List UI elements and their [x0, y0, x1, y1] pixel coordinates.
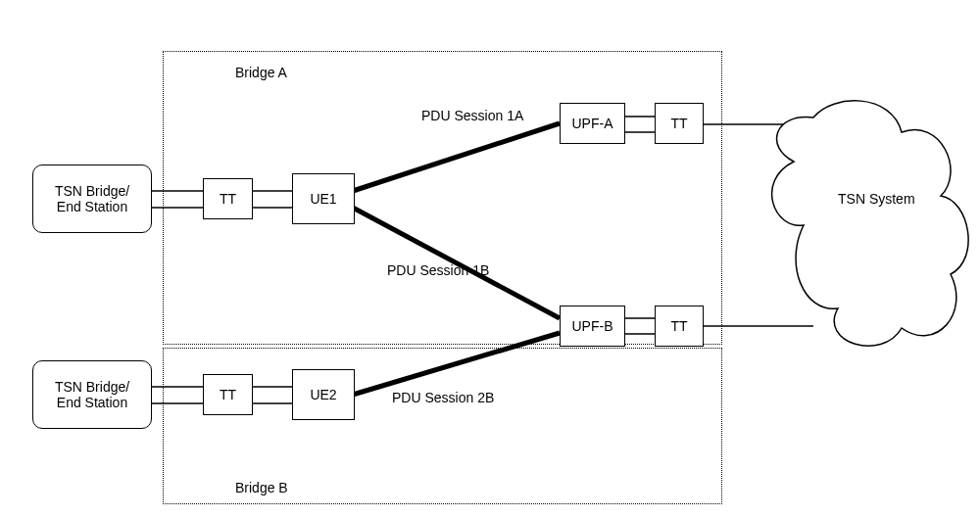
tt-box-ue2: TT: [203, 374, 253, 415]
tt-box-upf-a: TT: [655, 103, 704, 144]
tt-box-ue1: TT: [203, 178, 253, 219]
ue1-box: UE1: [292, 173, 355, 224]
session-1a-label: PDU Session 1A: [421, 108, 523, 123]
tsn-end-station-top: TSN Bridge/ End Station: [32, 165, 152, 233]
upf-a-box: UPF-A: [560, 103, 625, 144]
tsn-end-station-bottom: TSN Bridge/ End Station: [32, 360, 152, 429]
tt-box-upf-b: TT: [655, 306, 704, 347]
session-1b-label: PDU Session 1B: [387, 262, 489, 278]
session-2b-label: PDU Session 2B: [392, 390, 494, 405]
upf-b-box: UPF-B: [560, 306, 625, 347]
tsn-system-label: TSN System: [838, 191, 915, 207]
ue2-box: UE2: [292, 369, 355, 420]
bridge-b-label: Bridge B: [235, 480, 288, 495]
bridge-a-label: Bridge A: [235, 65, 287, 80]
